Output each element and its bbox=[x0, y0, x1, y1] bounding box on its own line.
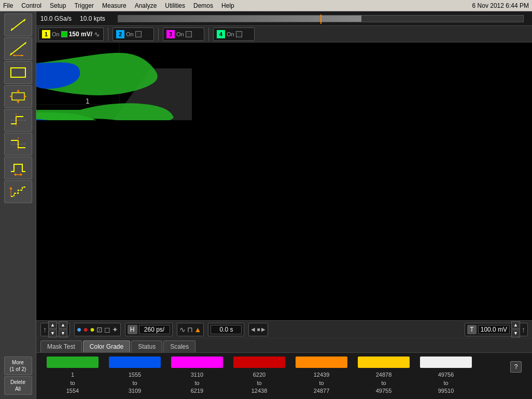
channel-bar: 1 On 150 mV/ ∿ 2 On 3 On bbox=[36, 26, 532, 42]
vert-up2-btn[interactable]: ▲ bbox=[59, 321, 67, 329]
svg-marker-17 bbox=[10, 95, 12, 98]
vert-control-group: ↑ ▲ ▼ ▲ ▼ bbox=[40, 323, 70, 336]
time-offset-group: 0.0 s bbox=[208, 323, 244, 336]
channel-4-number: 4 bbox=[217, 30, 225, 38]
tab-status[interactable]: Status bbox=[131, 340, 162, 352]
ch-divider-2 bbox=[158, 27, 159, 41]
legend-color-5 bbox=[296, 357, 347, 368]
channel-2-checkbox[interactable] bbox=[135, 31, 142, 37]
legend-label-5: 12439to24877 bbox=[314, 371, 330, 395]
pulse-rise-icon[interactable] bbox=[4, 109, 32, 132]
wave-icon-1: ● bbox=[77, 325, 82, 334]
channel-3-number: 3 bbox=[166, 30, 175, 38]
channel-4-checkbox[interactable] bbox=[236, 31, 242, 37]
square-wave-icon: ⊓ bbox=[187, 325, 193, 334]
menu-file[interactable]: File bbox=[3, 2, 13, 9]
trigger-up-arrow[interactable]: ↑ bbox=[522, 325, 525, 334]
help-button[interactable]: ? bbox=[510, 361, 522, 373]
tab-mask-test[interactable]: Mask Test bbox=[40, 340, 82, 352]
oscilloscope-display: 1 2 3 T ↑1 bbox=[36, 42, 532, 320]
time-offset-value[interactable]: 0.0 s bbox=[211, 325, 242, 334]
measure-icon: ◻ bbox=[104, 325, 110, 334]
trigger-up-btn[interactable]: ▲ bbox=[511, 321, 520, 329]
trigger-down-btn[interactable]: ▼ bbox=[511, 330, 520, 337]
wave-form-icon: ⊡ bbox=[96, 325, 103, 334]
tab-scales[interactable]: Scales bbox=[163, 340, 195, 352]
trigger-value[interactable]: 100.0 mV bbox=[478, 325, 510, 334]
diagonal-line-icon[interactable] bbox=[4, 13, 32, 36]
trigger-group: T 100.0 mV ▲ ▼ ↑ bbox=[465, 323, 528, 336]
sample-rate: 10.0 GSa/s bbox=[40, 15, 72, 22]
nav-left-btn[interactable]: ◀ bbox=[251, 326, 255, 332]
pulse-width-icon[interactable] bbox=[4, 156, 32, 179]
menu-measure[interactable]: Measure bbox=[102, 2, 127, 9]
legend-item-7: 49756to99510 bbox=[420, 357, 472, 395]
nav-arrows-group: ◀ ■ ▶ bbox=[248, 323, 268, 336]
channel-3-checkbox[interactable] bbox=[186, 31, 192, 37]
diagonal-arrows-icon[interactable] bbox=[4, 37, 32, 60]
wave-icons-group: ● ● ● ⊡ ◻ ✦ bbox=[74, 323, 121, 336]
nav-stop-btn[interactable]: ■ bbox=[257, 326, 260, 332]
legend-item-3: 3110to6219 bbox=[171, 357, 223, 395]
timebase-value[interactable]: 260 ps/ bbox=[139, 325, 170, 334]
legend-label-3: 3110to6219 bbox=[191, 371, 203, 395]
legend-item-6: 24878to49755 bbox=[358, 357, 410, 395]
channel-4-button[interactable]: 4 On bbox=[213, 27, 255, 41]
channel-2-button[interactable]: 2 On bbox=[113, 27, 154, 41]
svg-marker-28 bbox=[9, 187, 12, 189]
legend-item-4: 6220to12438 bbox=[233, 357, 285, 395]
info-bar: 10.0 GSa/s 10.0 kpts bbox=[36, 11, 532, 26]
menubar-items: File Control Setup Trigger Measure Analy… bbox=[3, 2, 234, 9]
rectangle-box-icon[interactable] bbox=[4, 61, 32, 84]
ch-divider-1 bbox=[108, 27, 108, 41]
menu-help[interactable]: Help bbox=[221, 2, 234, 9]
wave-shape-group: ∿ ⊓ ▲ bbox=[177, 323, 204, 336]
channel-2-status: On bbox=[126, 31, 134, 37]
tab-color-grade[interactable]: Color Grade bbox=[83, 340, 130, 352]
trigger-label: T bbox=[467, 325, 476, 334]
legend-color-2 bbox=[109, 357, 161, 368]
menu-demos[interactable]: Demos bbox=[193, 2, 213, 9]
svg-marker-19 bbox=[24, 95, 26, 98]
grid-overlay: 1 2 3 T ↑1 bbox=[36, 42, 192, 120]
menu-analyze[interactable]: Analyze bbox=[135, 2, 157, 9]
record-length: 10.0 kpts bbox=[80, 15, 105, 22]
channel-1-button[interactable]: 1 On 150 mV/ ∿ bbox=[38, 27, 104, 41]
menu-trigger[interactable]: Trigger bbox=[74, 2, 94, 9]
menu-utilities[interactable]: Utilities bbox=[165, 2, 185, 9]
bottom-controls: ↑ ▲ ▼ ▲ ▼ ● ● ● ⊡ ◻ ✦ H bbox=[36, 320, 532, 338]
vert-up-icon[interactable]: ↑ bbox=[43, 325, 47, 334]
ch-divider-3 bbox=[208, 27, 209, 41]
pulse-fall-icon[interactable] bbox=[4, 133, 32, 155]
menubar: File Control Setup Trigger Measure Analy… bbox=[0, 0, 532, 11]
menu-control[interactable]: Control bbox=[21, 2, 41, 9]
legend-color-7 bbox=[420, 357, 472, 368]
legend-color-3 bbox=[171, 357, 223, 368]
more-button[interactable]: More (1 of 2) bbox=[4, 357, 32, 375]
delete-all-button[interactable]: Delete All bbox=[4, 376, 32, 395]
datetime-display: 6 Nov 2012 6:44 PM bbox=[472, 2, 529, 9]
wave-icon-3: ● bbox=[90, 325, 95, 334]
svg-text:1: 1 bbox=[86, 97, 90, 105]
svg-marker-15 bbox=[17, 101, 20, 103]
channel-1-checkbox[interactable] bbox=[61, 31, 67, 37]
channel-1-wave-icon: ∿ bbox=[94, 30, 100, 38]
progress-bar bbox=[118, 15, 524, 22]
vert-down2-btn[interactable]: ▼ bbox=[59, 330, 67, 337]
wave-shape-icon: ∿ bbox=[179, 325, 186, 334]
channel-1-value: 150 mV/ bbox=[69, 31, 92, 38]
channel-3-status: On bbox=[176, 31, 184, 37]
svg-rect-11 bbox=[12, 93, 24, 100]
legend-color-4 bbox=[233, 357, 285, 368]
legend-item-1: 1to1554 bbox=[47, 357, 99, 395]
channel-2-number: 2 bbox=[116, 30, 124, 38]
box-arrows-icon[interactable] bbox=[4, 85, 32, 108]
channel-1-status: On bbox=[52, 31, 60, 37]
menu-setup[interactable]: Setup bbox=[50, 2, 66, 9]
sidebar: More (1 of 2) Delete All bbox=[0, 11, 36, 399]
channel-3-button[interactable]: 3 On bbox=[163, 27, 204, 41]
vert-down-btn[interactable]: ▼ bbox=[48, 330, 57, 337]
nav-right-btn[interactable]: ▶ bbox=[261, 326, 265, 332]
dashed-step-icon[interactable] bbox=[4, 180, 32, 203]
vert-up-btn[interactable]: ▲ bbox=[48, 321, 57, 329]
